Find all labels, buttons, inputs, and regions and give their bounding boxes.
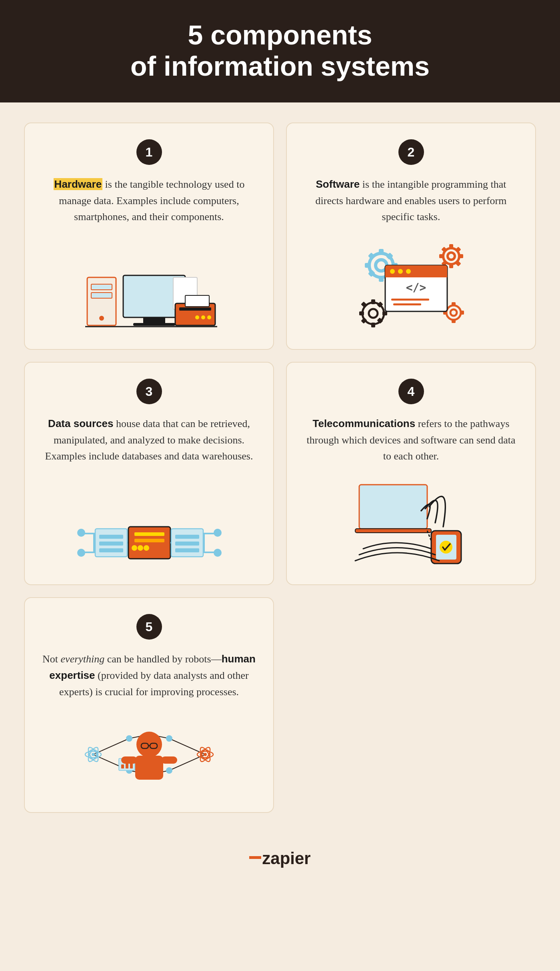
svg-rect-81	[203, 533, 205, 553]
svg-rect-38	[371, 323, 375, 327]
svg-rect-2	[91, 293, 112, 298]
svg-point-12	[201, 315, 205, 319]
svg-point-56	[406, 269, 411, 274]
svg-rect-83	[205, 552, 215, 553]
svg-point-84	[214, 529, 221, 536]
zapier-line-icon	[249, 856, 261, 859]
number-badge-1: 1	[136, 139, 162, 165]
svg-rect-86	[359, 485, 427, 529]
human-description: Not everything can be handled by robots—…	[42, 651, 256, 700]
svg-rect-27	[449, 244, 453, 249]
svg-point-46	[450, 309, 457, 316]
svg-point-3	[99, 316, 104, 321]
card-telecom: 4 Telecommunications refers to the pathw…	[286, 362, 536, 585]
svg-rect-50	[460, 311, 464, 315]
svg-point-120	[136, 732, 162, 757]
header: 5 components of information systems	[0, 0, 560, 102]
svg-point-74	[138, 545, 143, 551]
svg-rect-117	[121, 764, 124, 768]
svg-point-85	[214, 549, 221, 556]
svg-point-26	[448, 253, 455, 260]
svg-point-36	[369, 309, 378, 318]
svg-rect-82	[205, 533, 215, 534]
datasources-description: Data sources house data that can be retr…	[42, 415, 256, 464]
number-badge-4: 4	[398, 379, 424, 404]
svg-rect-41	[361, 301, 367, 308]
svg-rect-68	[99, 548, 123, 552]
svg-rect-37	[371, 299, 375, 304]
card-human: 5 Not everything can be handled by robot…	[24, 597, 274, 813]
number-badge-5: 5	[136, 614, 162, 640]
svg-point-60	[78, 529, 85, 536]
svg-point-113	[166, 767, 172, 774]
svg-point-110	[126, 735, 132, 742]
footer: zapier	[0, 837, 560, 888]
svg-point-112	[166, 735, 172, 742]
svg-rect-70	[128, 527, 170, 559]
svg-rect-28	[449, 263, 453, 268]
page-title: 5 components of information systems	[32, 19, 528, 82]
svg-rect-29	[439, 254, 444, 258]
svg-rect-63	[84, 552, 94, 553]
svg-rect-18	[379, 276, 384, 282]
svg-rect-9	[179, 307, 211, 311]
svg-point-13	[207, 315, 211, 319]
svg-rect-58	[391, 299, 429, 301]
telecom-illustration	[304, 479, 518, 567]
svg-rect-21	[368, 253, 375, 260]
hardware-illustration	[42, 255, 256, 331]
human-illustration	[42, 714, 256, 794]
svg-point-11	[195, 315, 199, 319]
card-software: 2 Software is the intangible programming…	[286, 122, 536, 350]
svg-rect-48	[452, 319, 456, 323]
svg-rect-72	[134, 539, 164, 542]
svg-rect-124	[135, 756, 163, 780]
software-svg: </>	[351, 239, 471, 331]
software-description: Software is the intangible programming t…	[304, 176, 518, 225]
svg-rect-59	[393, 303, 421, 305]
svg-rect-125	[121, 756, 137, 764]
svg-point-91	[440, 541, 452, 554]
svg-point-61	[78, 549, 85, 556]
svg-point-54	[390, 269, 395, 274]
main-content: 1 Hardware is the tangible technology us…	[0, 102, 560, 837]
svg-rect-66	[99, 535, 123, 539]
svg-rect-71	[134, 532, 164, 536]
svg-rect-40	[382, 311, 387, 315]
svg-rect-10	[185, 295, 209, 307]
number-badge-3: 3	[136, 379, 162, 404]
svg-rect-126	[161, 756, 177, 764]
hardware-svg	[81, 255, 217, 331]
svg-rect-17	[379, 249, 384, 255]
datasources-svg	[69, 519, 229, 567]
svg-text:</>: </>	[406, 281, 426, 294]
telecom-description: Telecommunications refers to the pathway…	[304, 415, 518, 464]
svg-rect-62	[84, 533, 94, 534]
card-datasources: 3 Data sources house data that can be re…	[24, 362, 274, 585]
svg-rect-31	[441, 247, 448, 253]
number-badge-2: 2	[398, 139, 424, 165]
svg-point-75	[144, 545, 149, 551]
svg-rect-19	[365, 263, 370, 268]
card-hardware: 1 Hardware is the tangible technology us…	[24, 122, 274, 350]
zapier-logo: zapier	[249, 849, 310, 868]
datasources-illustration	[42, 519, 256, 567]
svg-point-45	[446, 305, 461, 320]
svg-rect-5	[143, 317, 165, 323]
svg-rect-79	[175, 542, 199, 546]
svg-point-104	[92, 753, 95, 756]
svg-rect-47	[452, 302, 456, 306]
svg-rect-6	[133, 323, 175, 326]
svg-point-55	[398, 269, 403, 274]
svg-rect-1	[91, 284, 112, 290]
svg-rect-33	[455, 247, 461, 253]
software-illustration: </>	[304, 239, 518, 331]
human-svg	[81, 714, 217, 794]
hardware-description: Hardware is the tangible technology used…	[42, 176, 256, 225]
svg-point-109	[204, 753, 207, 756]
telecom-svg	[351, 479, 471, 567]
svg-rect-67	[99, 542, 123, 546]
svg-rect-87	[355, 529, 431, 533]
svg-rect-64	[93, 533, 95, 553]
svg-rect-78	[175, 535, 199, 539]
